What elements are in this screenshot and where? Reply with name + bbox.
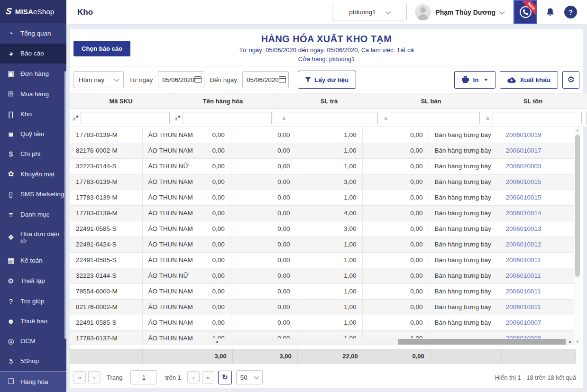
column-header-sl-tra[interactable]: SL trả — [278, 93, 380, 109]
filter-input-ten-hang-hoa[interactable] — [183, 112, 272, 124]
sidebar-item-quy-tien[interactable]: ◙Quỹ tiền — [0, 124, 66, 144]
sidebar-item-hang-hoa[interactable]: ❒Hàng hóa — [0, 371, 66, 392]
column-header-ten-hang-hoa[interactable]: Tên hàng hóa — [172, 93, 274, 109]
calendar-icon[interactable] — [194, 76, 202, 83]
sidebar-item-thue-bao[interactable]: ☻Thuê bao — [0, 311, 66, 331]
qty-returned-cell: 0,00 — [231, 221, 296, 237]
chevron-down-icon — [385, 9, 391, 14]
sidebar-item-chi-phi[interactable]: $Chi phí — [0, 144, 66, 164]
column-header-ma-sku[interactable]: Mã SKU — [70, 93, 172, 109]
invoice-link[interactable]: 2006010017 — [506, 147, 541, 154]
column-header-sl-ton[interactable]: SL tồn — [482, 93, 584, 109]
sidebar-item-mua-hang[interactable]: ⊞Mua hàng — [0, 84, 66, 104]
invoice-cell: 2006010011 — [500, 252, 574, 268]
cloud-download-icon — [507, 77, 516, 83]
qty-sold-cell: 1,00 — [296, 252, 362, 268]
invoice-link[interactable]: 2006010011 — [506, 256, 541, 264]
first-page-button[interactable]: « — [73, 371, 86, 383]
less-equal-filter-operator-icon[interactable]: ≤ — [382, 115, 389, 121]
sidebar-item-5shop[interactable]: Ƽ5Shop — [0, 351, 66, 371]
choose-report-button[interactable]: Chọn báo cáo — [73, 41, 130, 56]
load-data-button[interactable]: Lấy dữ liệu — [298, 71, 356, 89]
qty-returned-cell: 0,00 — [231, 237, 296, 252]
filter-input-sl-ton[interactable] — [493, 112, 582, 124]
invoice-link[interactable]: 2006010015 — [506, 178, 541, 185]
vertical-scroll-thumb[interactable] — [575, 135, 580, 277]
prev-page-button[interactable]: ‹ — [88, 371, 101, 383]
sidebar-item-tong-quan[interactable]: ◔Tổng quan — [0, 24, 66, 44]
invoice-link[interactable]: 2006010011 — [506, 288, 541, 295]
invoice-link[interactable]: 2006010011 — [506, 303, 541, 310]
sidebar-item-bao-cao[interactable]: ◕Báo cáo — [0, 44, 66, 64]
invoice-link[interactable]: 2006010011 — [506, 272, 541, 279]
horizontal-scrollbar[interactable]: ◂ ▸ — [213, 338, 574, 345]
sidebar-item-tro-giup[interactable]: ?Trợ giúp — [0, 291, 66, 311]
scroll-right-arrow-icon[interactable]: ▸ — [567, 338, 574, 345]
chevron-down-icon[interactable] — [499, 9, 504, 14]
sidebar-item-ocm[interactable]: ◎OCM — [0, 331, 66, 351]
support-call-button[interactable]: New — [514, 0, 537, 24]
page-size-select[interactable]: 50 — [236, 370, 263, 384]
sidebar-item-hoa-don-dien-tu[interactable]: ❖Hóa đơn điện tử — [0, 224, 66, 250]
store-select[interactable]: ptduong1 — [332, 4, 407, 20]
invoice-link[interactable]: 2006010019 — [506, 131, 541, 138]
less-equal-filter-operator-icon[interactable]: ≤ — [484, 115, 491, 121]
less-equal-filter-operator-icon[interactable]: ≤ — [280, 115, 287, 121]
status-cell: Bán hàng trưng bày — [429, 315, 500, 330]
filter-input-sl-tra[interactable] — [289, 112, 378, 124]
status-cell: Bán hàng trưng bày — [429, 283, 500, 299]
invoice-link[interactable]: 2006010015 — [506, 194, 541, 201]
summary-cell-3: 3,00 — [232, 349, 297, 364]
table-filter-row: a✱a✱≤≤≤Tất cảa✱ — [70, 109, 587, 127]
sidebar-item-don-hang[interactable]: ▣Đơn hàng — [0, 64, 66, 84]
contains-filter-operator-icon[interactable]: a✱ — [174, 115, 181, 121]
contains-filter-operator-icon[interactable]: a✱ — [72, 115, 79, 121]
sidebar-item-sms-marketing[interactable]: ▯SMS Marketing — [0, 184, 66, 205]
invoice-link[interactable]: 2006020003 — [506, 163, 541, 170]
sidebar-item-thiet-lap[interactable]: ⚙Thiết lập — [0, 271, 66, 291]
scroll-up-arrow-icon[interactable]: ▲ — [574, 127, 580, 134]
report-table: Mã SKUTên hàng hóaSL trảSL bánSL tồnTrạn… — [70, 93, 583, 364]
column-header-sl-ban[interactable]: SL bán — [380, 93, 482, 109]
invoice-link[interactable]: 2006010012 — [506, 241, 541, 248]
table-row: 22491-0424-SÁO THUN NAM0,000,001,000,00B… — [70, 237, 574, 252]
toolbar-right: In Xuất khẩu ⚙ — [454, 71, 579, 89]
page-number-input[interactable] — [130, 370, 157, 384]
vertical-scrollbar[interactable]: ▲ ▼ — [574, 127, 580, 345]
product-name-cell: ÁO THUN NAM — [142, 330, 209, 345]
to-date-input[interactable]: 05/06/2020 — [242, 71, 289, 88]
column-header-column-3[interactable] — [274, 93, 278, 109]
sidebar-item-danh-muc[interactable]: ≡Danh mục — [0, 204, 66, 224]
last-page-button[interactable]: » — [202, 371, 214, 383]
column-header-trang-thai[interactable]: Trạng thái — [584, 93, 587, 109]
scroll-down-arrow-icon[interactable]: ▼ — [574, 338, 580, 345]
next-page-button[interactable]: › — [187, 371, 200, 383]
qty-stock-cell: 0,00 — [362, 158, 429, 174]
invoice-link[interactable]: 2006010007 — [506, 319, 541, 326]
period-select[interactable]: Hôm nay — [73, 71, 124, 88]
from-date-input[interactable]: 05/06/2020 — [158, 71, 204, 88]
sidebar-item-label: Kế toán — [20, 257, 43, 264]
qty-sold-cell: 1,00 — [296, 158, 362, 174]
filter-input-sl-ban[interactable] — [391, 112, 480, 124]
sidebar-item-ke-toan[interactable]: ▦Kế toán — [0, 250, 66, 271]
status-cell: Bán hàng trưng bày — [429, 174, 500, 190]
print-button[interactable]: In — [454, 71, 495, 89]
notifications-bell-icon[interactable] — [545, 7, 555, 18]
qty-returned-cell: 0,00 — [231, 315, 296, 330]
qty-stock-cell: 0,00 — [362, 283, 429, 299]
help-button[interactable]: ? — [564, 6, 577, 18]
sidebar-scrollbar[interactable] — [64, 71, 66, 339]
sidebar-item-kho[interactable]: ∏Kho — [0, 104, 66, 124]
table-settings-button[interactable]: ⚙ — [562, 71, 579, 89]
scroll-left-arrow-icon[interactable]: ◂ — [213, 338, 220, 345]
export-button[interactable]: Xuất khẩu — [500, 71, 558, 89]
sidebar-item-khuyen-mai[interactable]: ✿Khuyến mại — [0, 164, 66, 184]
filter-input-ma-sku[interactable] — [81, 112, 170, 124]
horizontal-scroll-thumb[interactable] — [398, 339, 566, 345]
qty-returned-cell: 0,00 — [231, 158, 296, 174]
invoice-link[interactable]: 2006010014 — [506, 210, 541, 217]
invoice-link[interactable]: 2006010013 — [506, 225, 541, 232]
refresh-button[interactable]: ↻ — [218, 371, 232, 384]
calendar-icon[interactable] — [279, 76, 286, 83]
